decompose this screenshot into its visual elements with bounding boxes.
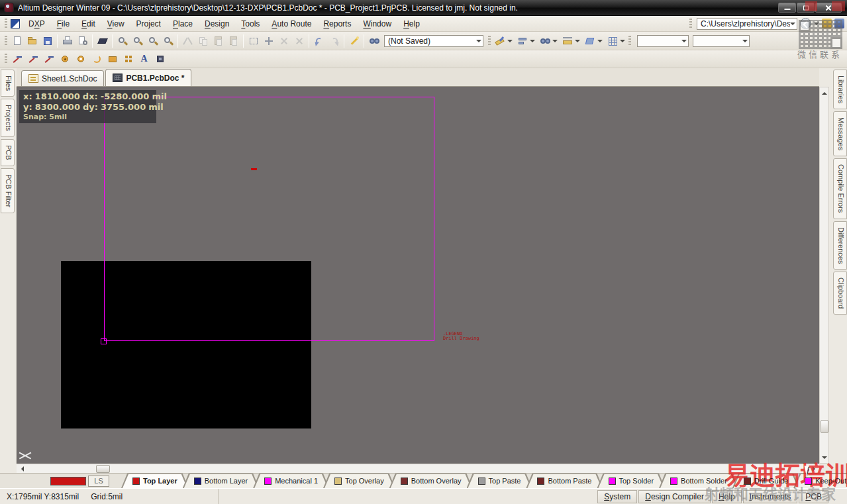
- layer-tab-bottom-overlay[interactable]: Bottom Overlay: [389, 474, 473, 488]
- layer-tab-bottom-layer[interactable]: Bottom Layer: [183, 474, 259, 488]
- new-document-button[interactable]: [9, 33, 25, 48]
- print-preview-button[interactable]: [75, 33, 90, 48]
- title-bar: Altium Designer Winter 09 - C:\Users\zlp…: [0, 0, 847, 16]
- scroll-down-button[interactable]: [820, 453, 828, 462]
- zoom-area-button[interactable]: [115, 33, 130, 48]
- layer-tab-top-solder[interactable]: Top Solder: [597, 474, 666, 488]
- hud-x-label: x:: [23, 91, 32, 102]
- move-selection-button[interactable]: [261, 33, 276, 48]
- panel-tab-projects[interactable]: Projects: [1, 99, 15, 137]
- multi-trace-button[interactable]: [41, 52, 56, 67]
- zoom-points-button[interactable]: [145, 33, 160, 48]
- pcb-canvas[interactable]: .LEGEND Drill Drawing x: 1810.000 dx: -5…: [17, 87, 819, 464]
- horizontal-scroll-thumb[interactable]: [96, 465, 110, 473]
- menu-item-project[interactable]: Project: [130, 17, 167, 30]
- minimize-icon: [784, 9, 790, 10]
- panel-tab-messages[interactable]: Messages: [833, 111, 847, 156]
- toolbar-separator: [243, 34, 244, 48]
- panel-button-system[interactable]: System: [597, 490, 637, 503]
- layer-tab-mechanical-1[interactable]: Mechanical 1: [253, 474, 329, 488]
- snippet-combobox[interactable]: (Not Saved): [384, 35, 483, 47]
- layer-tab-bottom-paste[interactable]: Bottom Paste: [526, 474, 603, 488]
- place-pad-button[interactable]: [57, 52, 72, 67]
- menu-item-tools[interactable]: Tools: [235, 17, 266, 30]
- scroll-left-icon: [19, 466, 24, 472]
- room-tools-button[interactable]: [583, 33, 604, 48]
- menu-item-place[interactable]: Place: [167, 17, 199, 30]
- address-combobox[interactable]: C:\Users\zlprehistory\Desktop\: [697, 18, 797, 30]
- placement-tools-icon: [494, 35, 506, 47]
- menu-item-window[interactable]: Window: [357, 17, 397, 30]
- filter-combobox-1[interactable]: [637, 35, 689, 47]
- layer-tab-top-layer[interactable]: Top Layer: [121, 474, 189, 488]
- panel-tab-pcb[interactable]: PCB: [1, 139, 15, 166]
- redo-button[interactable]: [326, 33, 342, 48]
- place-component-button[interactable]: [152, 52, 168, 67]
- menu-item-file[interactable]: File: [51, 17, 75, 30]
- place-fill-button[interactable]: [105, 52, 120, 67]
- place-via-button[interactable]: [73, 52, 88, 67]
- grid-tools-button[interactable]: [605, 33, 626, 48]
- panel-button-design-compiler[interactable]: Design Compiler: [638, 490, 711, 503]
- place-string-button[interactable]: [136, 52, 152, 67]
- placement-tools-caret-icon: [507, 40, 513, 42]
- smart-wire-button[interactable]: [25, 52, 40, 67]
- filter-combobox-2[interactable]: [693, 35, 750, 47]
- menu-item-dxp[interactable]: DXP: [23, 17, 51, 30]
- paste-button[interactable]: [211, 33, 226, 48]
- zoom-selection-button[interactable]: [130, 33, 145, 48]
- dimension-tools-button[interactable]: [560, 33, 581, 48]
- panel-tab-differences[interactable]: Differences: [833, 221, 847, 270]
- interactive-routing-button[interactable]: [9, 52, 25, 67]
- save-document-button[interactable]: [40, 33, 55, 48]
- snippet-caret-icon: [476, 40, 481, 42]
- placement-tools-button[interactable]: [493, 33, 514, 48]
- browse-components-button[interactable]: [366, 33, 381, 48]
- minimize-button[interactable]: [778, 3, 796, 13]
- layer-tab-label: Bottom Paste: [548, 477, 591, 485]
- vertical-scrollbar[interactable]: [819, 87, 829, 464]
- clear-filter-button[interactable]: [291, 33, 307, 48]
- find-tools-button[interactable]: [538, 33, 559, 48]
- alignment-tools-button[interactable]: [515, 33, 536, 48]
- place-arc-button[interactable]: [89, 52, 104, 67]
- red-track-segment[interactable]: [251, 168, 257, 170]
- cut-button[interactable]: [180, 33, 195, 48]
- selection-vertex-handle[interactable]: [101, 338, 107, 344]
- panel-tab-pcb-filter[interactable]: PCB Filter: [1, 168, 15, 213]
- open-document-button[interactable]: [25, 33, 40, 48]
- layer-sets-button[interactable]: LS: [88, 476, 109, 487]
- doc-tab-sheet1-schdoc[interactable]: Sheet1.SchDoc: [21, 70, 104, 86]
- menu-item-help[interactable]: Help: [397, 17, 426, 30]
- menu-item-view[interactable]: View: [101, 17, 130, 30]
- zoom-filter-button[interactable]: [160, 33, 175, 48]
- menu-item-reports[interactable]: Reports: [317, 17, 357, 30]
- print-button[interactable]: [60, 33, 75, 48]
- undo-button[interactable]: [311, 33, 326, 48]
- menu-item-edit[interactable]: Edit: [75, 17, 101, 30]
- layer-tab-top-paste[interactable]: Top Paste: [467, 474, 532, 488]
- panel-tab-clipboard[interactable]: Clipboard: [833, 272, 847, 315]
- apply-filter-button[interactable]: [276, 33, 291, 48]
- vertical-scroll-thumb[interactable]: [821, 420, 828, 433]
- horizontal-scrollbar[interactable]: [17, 464, 819, 473]
- doc-tab-pcb1-pcbdoc[interactable]: PCB1.PcbDoc *: [105, 69, 191, 86]
- paste-array-button[interactable]: [226, 33, 241, 48]
- menu-item-auto-route[interactable]: Auto Route: [266, 17, 317, 30]
- scroll-left-button[interactable]: [18, 464, 26, 473]
- place-string-icon: [138, 53, 150, 65]
- select-area-button[interactable]: [246, 33, 261, 48]
- panel-tab-libraries[interactable]: Libraries: [833, 70, 847, 109]
- place-array-button[interactable]: [121, 52, 136, 67]
- panel-tab-files[interactable]: Files: [1, 70, 15, 97]
- magic-wand-button[interactable]: [346, 33, 362, 48]
- multi-trace-icon: [43, 53, 55, 65]
- copy-button[interactable]: [195, 33, 211, 48]
- dimension-tools-icon: [562, 35, 573, 47]
- bottom-layer-color-swatch: [194, 478, 201, 485]
- panel-tab-compile-errors[interactable]: Compile Errors: [833, 158, 847, 219]
- scroll-up-button[interactable]: [820, 89, 828, 97]
- board-insight-button[interactable]: [95, 33, 110, 48]
- menu-item-design[interactable]: Design: [199, 17, 235, 30]
- layer-tab-top-overlay[interactable]: Top Overlay: [323, 474, 395, 488]
